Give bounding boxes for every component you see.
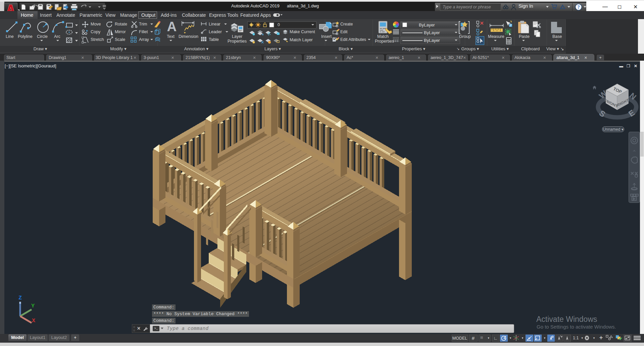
svg-text:Z: Z (18, 295, 22, 301)
svg-text:Y: Y (31, 303, 35, 309)
svg-text:X: X (32, 318, 36, 324)
svg-text:?: ? (578, 5, 580, 10)
